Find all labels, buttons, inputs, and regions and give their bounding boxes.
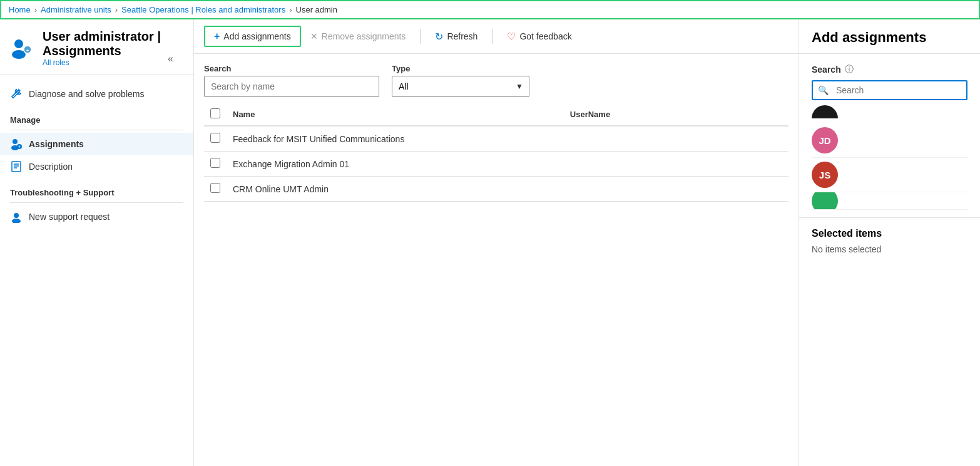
col-header-name: Name (227, 103, 564, 126)
select-all-checkbox[interactable] (210, 108, 220, 118)
row-username-cell (564, 126, 789, 152)
table-row: Exchange Migration Admin 01 (204, 152, 789, 177)
row-checkbox-cell (204, 177, 227, 202)
breadcrumb-seattle-ops[interactable]: Seattle Operations | Roles and administr… (121, 5, 285, 14)
add-assignments-label: Add assignments (223, 31, 290, 41)
got-feedback-button[interactable]: ♡ Got feedback (498, 26, 581, 47)
avatar-green (812, 192, 838, 210)
row-checkbox-2[interactable] (210, 183, 220, 193)
svg-point-4 (13, 139, 18, 144)
heart-icon: ♡ (507, 31, 516, 43)
content-area: + Add assignments ✕ Remove assignments ↻… (194, 19, 799, 466)
no-items-text: No items selected (812, 244, 967, 254)
support-label: New support request (29, 212, 110, 222)
avatar-js: JS (812, 162, 838, 188)
assignments-table: Name UserName Feedback for MSIT Unified … (204, 103, 789, 202)
avatar-green-row[interactable] (812, 192, 967, 210)
svg-rect-8 (12, 162, 21, 172)
table-container: Name UserName Feedback for MSIT Unified … (194, 103, 799, 466)
right-panel: Add assignments Search ⓘ 🔍 JD JS (799, 19, 980, 466)
breadcrumb-admin-units[interactable]: Administrative units (41, 5, 111, 14)
sidebar: + User administrator | Assignments All r… (0, 19, 194, 466)
search-filter-label: Search (204, 64, 379, 73)
support-icon (10, 210, 23, 223)
breadcrumb-current: User admin (296, 5, 337, 14)
troubleshooting-section-label: Troubleshooting + Support (0, 183, 193, 200)
refresh-icon: ↻ (435, 31, 443, 43)
breadcrumb-home[interactable]: Home (9, 5, 31, 14)
type-select-wrapper: All User Group Service Principal ▼ (392, 76, 529, 97)
right-panel-title: Add assignments (812, 29, 967, 46)
breadcrumb: Home › Administrative units › Seattle Op… (0, 0, 980, 19)
svg-point-12 (14, 213, 19, 218)
manage-section-label: Manage (0, 110, 193, 127)
row-name-cell: CRM Online UMT Admin (227, 177, 564, 202)
right-search-label: Search (812, 65, 841, 75)
search-section: Search ⓘ 🔍 (799, 54, 980, 105)
table-row: Feedback for MSIT Unified Communications (204, 126, 789, 152)
avatar-js-row[interactable]: JS (812, 158, 967, 192)
wrench-icon (10, 88, 23, 100)
svg-point-0 (14, 39, 23, 48)
row-checkbox-cell (204, 152, 227, 177)
troubleshooting-divider (10, 202, 183, 203)
manage-divider (10, 130, 183, 130)
assignments-label: Assignments (29, 139, 84, 149)
info-icon[interactable]: ⓘ (845, 64, 854, 75)
row-name-cell: Feedback for MSIT Unified Communications (227, 126, 564, 152)
user-admin-icon: + (10, 36, 35, 61)
col-header-username: UserName (564, 103, 789, 126)
type-filter-group: Type All User Group Service Principal ▼ (392, 64, 529, 97)
svg-point-1 (12, 50, 26, 59)
right-search-input[interactable] (834, 81, 966, 99)
description-icon (10, 160, 23, 173)
refresh-button[interactable]: ↻ Refresh (426, 26, 487, 47)
row-username-cell (564, 177, 789, 202)
sidebar-nav: Diagnose and solve problems Manage + Ass… (0, 75, 193, 466)
row-checkbox-0[interactable] (210, 133, 220, 143)
add-assignments-button[interactable]: + Add assignments (204, 26, 301, 47)
right-search-input-wrapper: 🔍 (812, 80, 967, 100)
toolbar-separator-2 (492, 29, 493, 44)
search-filter-group: Search (204, 64, 379, 97)
right-panel-header: Add assignments (799, 19, 980, 54)
toolbar: + Add assignments ✕ Remove assignments ↻… (194, 19, 799, 54)
search-input[interactable] (204, 76, 379, 97)
sidebar-item-description[interactable]: Description (0, 155, 193, 178)
description-label: Description (29, 162, 73, 172)
remove-assignments-button[interactable]: ✕ Remove assignments (301, 27, 416, 46)
plus-icon: + (214, 31, 220, 42)
assignments-icon: + (10, 138, 23, 150)
toolbar-separator-1 (420, 29, 421, 44)
page-title: User administrator | Assignments (43, 29, 163, 58)
selected-items-section: Selected items No items selected (799, 217, 980, 264)
svg-point-13 (12, 219, 21, 223)
filters-row: Search Type All User Group Service Princ… (194, 54, 799, 103)
sidebar-item-diagnose[interactable]: Diagnose and solve problems (0, 83, 193, 105)
row-name-cell: Exchange Migration Admin 01 (227, 152, 564, 177)
row-checkbox-1[interactable] (210, 158, 220, 168)
svg-text:+: + (18, 145, 21, 149)
col-header-checkbox (204, 103, 227, 126)
page-header: + User administrator | Assignments All r… (0, 19, 193, 75)
x-icon: ✕ (310, 31, 318, 41)
sidebar-item-assignments[interactable]: + Assignments (0, 133, 193, 155)
selected-items-label: Selected items (812, 228, 967, 239)
avatar-partial-top (812, 105, 838, 118)
sidebar-item-support[interactable]: New support request (0, 205, 193, 228)
collapse-sidebar-button[interactable]: « (163, 51, 178, 67)
refresh-label: Refresh (447, 31, 477, 41)
avatars-list: JD JS (799, 118, 980, 215)
diagnose-label: Diagnose and solve problems (29, 89, 144, 99)
remove-assignments-label: Remove assignments (322, 31, 406, 41)
search-icon: 🔍 (813, 81, 834, 99)
got-feedback-label: Got feedback (519, 31, 571, 41)
type-select[interactable]: All User Group Service Principal (392, 76, 529, 97)
row-username-cell (564, 152, 789, 177)
row-checkbox-cell (204, 126, 227, 152)
avatar-jd-row[interactable]: JD (812, 123, 967, 158)
page-subtitle: All roles (43, 58, 163, 67)
type-filter-label: Type (392, 64, 529, 73)
svg-text:+: + (26, 48, 29, 53)
table-row: CRM Online UMT Admin (204, 177, 789, 202)
